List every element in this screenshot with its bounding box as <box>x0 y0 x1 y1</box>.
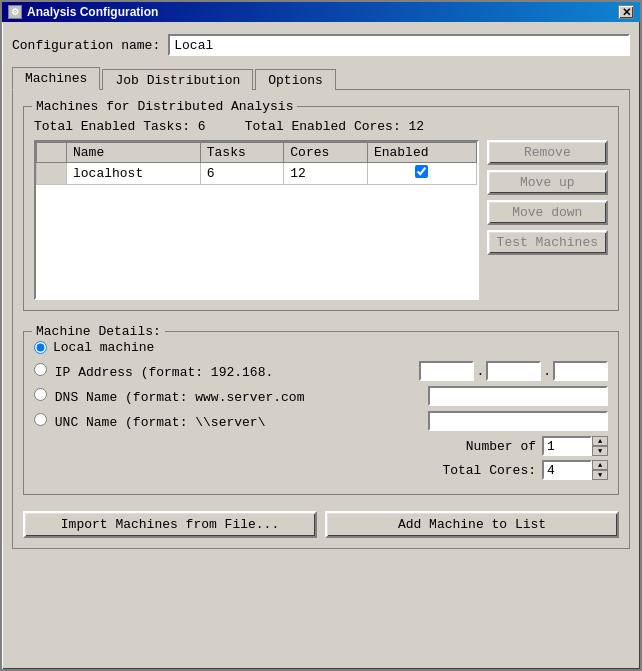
number-of-input[interactable] <box>542 436 592 456</box>
ip-field-1[interactable] <box>419 361 474 381</box>
radio-unc-left: UNC Name (format: \\server\ <box>34 413 420 430</box>
dns-field[interactable] <box>428 386 608 406</box>
tabs-container: Machines Job Distribution Options <box>12 66 630 89</box>
machine-action-buttons: Remove Move up Move down Test Machines <box>487 140 608 255</box>
add-button[interactable]: Add Machine to List <box>325 511 619 538</box>
window-title: Analysis Configuration <box>27 5 158 19</box>
move-down-button[interactable]: Move down <box>487 200 608 225</box>
config-name-row: Configuration name: <box>12 30 630 60</box>
col-header-tasks: Tasks <box>200 143 284 163</box>
number-of-down[interactable]: ▼ <box>592 446 608 456</box>
radio-dns[interactable] <box>34 388 47 401</box>
remove-button[interactable]: Remove <box>487 140 608 165</box>
tab-bar: Machines Job Distribution Options Machin… <box>12 66 630 549</box>
tasks-info: Total Enabled Tasks: 6 Total Enabled Cor… <box>34 115 608 134</box>
test-machines-button[interactable]: Test Machines <box>487 230 608 255</box>
total-cores-spinner: ▲ ▼ <box>542 460 608 480</box>
number-of-row: Number of ▲ ▼ <box>34 436 608 456</box>
row-enabled-cell[interactable] <box>367 163 476 185</box>
col-header-enabled: Enabled <box>367 143 476 163</box>
window-icon: ⚙ <box>8 5 22 19</box>
total-cores-up[interactable]: ▲ <box>592 460 608 470</box>
number-of-up[interactable]: ▲ <box>592 436 608 446</box>
detail-grid: Local machine IP Address (format: 192.16… <box>34 340 608 484</box>
tab-job-distribution[interactable]: Job Distribution <box>102 69 253 90</box>
config-name-input[interactable] <box>168 34 630 56</box>
radio-local-label: Local machine <box>53 340 154 355</box>
ip-dot-2: . <box>541 361 553 381</box>
col-header-name: Name <box>67 143 201 163</box>
row-enabled-checkbox[interactable] <box>415 165 428 178</box>
total-cores-input[interactable] <box>542 460 592 480</box>
machines-group-label: Machines for Distributed Analysis <box>32 99 297 114</box>
table-row[interactable]: localhost 6 12 <box>37 163 477 185</box>
row-tasks: 6 <box>200 163 284 185</box>
tab-machines[interactable]: Machines <box>12 67 100 90</box>
radio-local-row: Local machine <box>34 340 608 355</box>
import-button[interactable]: Import Machines from File... <box>23 511 317 538</box>
number-of-label: Number of <box>466 439 536 454</box>
ip-field-2[interactable] <box>486 361 541 381</box>
radio-dns-label: DNS Name (format: www.server.com <box>55 390 305 405</box>
bottom-buttons: Import Machines from File... Add Machine… <box>23 511 619 538</box>
radio-ip-left: IP Address (format: 192.168. <box>34 363 411 380</box>
radio-unc-label: UNC Name (format: \\server\ <box>55 415 266 430</box>
ip-field-group: . . <box>419 361 608 381</box>
move-up-button[interactable]: Move up <box>487 170 608 195</box>
ip-dot-1: . <box>474 361 486 381</box>
total-cores-spinner-buttons: ▲ ▼ <box>592 460 608 480</box>
machines-table-container: Name Tasks Cores Enabled lo <box>34 140 479 300</box>
title-bar: ⚙ Analysis Configuration ✕ <box>2 2 640 22</box>
machine-details-group: Machine Details: Local machine IP Addres… <box>23 331 619 495</box>
row-index <box>37 163 67 185</box>
unc-field[interactable] <box>428 411 608 431</box>
radio-ip[interactable] <box>34 363 47 376</box>
total-cores-label: Total Cores: <box>442 463 536 478</box>
machines-table-area: Name Tasks Cores Enabled lo <box>34 140 608 300</box>
radio-dns-left: DNS Name (format: www.server.com <box>34 388 420 405</box>
radio-local[interactable] <box>34 341 47 354</box>
tab-options[interactable]: Options <box>255 69 336 90</box>
title-bar-left: ⚙ Analysis Configuration <box>8 5 158 19</box>
col-header-index <box>37 143 67 163</box>
radio-ip-row: IP Address (format: 192.168. . . <box>34 361 608 381</box>
col-header-cores: Cores <box>284 143 368 163</box>
config-name-label: Configuration name: <box>12 38 160 53</box>
ip-field-3[interactable] <box>553 361 608 381</box>
radio-dns-row: DNS Name (format: www.server.com <box>34 386 608 406</box>
close-button[interactable]: ✕ <box>618 5 634 19</box>
machines-group: Machines for Distributed Analysis Total … <box>23 106 619 311</box>
radio-unc-row: UNC Name (format: \\server\ <box>34 411 608 431</box>
machines-table: Name Tasks Cores Enabled lo <box>36 142 477 185</box>
row-cores: 12 <box>284 163 368 185</box>
tab-content: Machines for Distributed Analysis Total … <box>12 89 630 549</box>
total-cores-row: Total Cores: ▲ ▼ <box>34 460 608 480</box>
window-body: Configuration name: Machines Job Distrib… <box>2 22 640 669</box>
number-of-spinner: ▲ ▼ <box>542 436 608 456</box>
radio-ip-label: IP Address (format: 192.168. <box>55 365 273 380</box>
radio-unc[interactable] <box>34 413 47 426</box>
total-cores-down[interactable]: ▼ <box>592 470 608 480</box>
number-of-spinner-buttons: ▲ ▼ <box>592 436 608 456</box>
row-name: localhost <box>67 163 201 185</box>
machine-details-label: Machine Details: <box>32 324 165 339</box>
main-window: ⚙ Analysis Configuration ✕ Configuration… <box>0 0 642 671</box>
